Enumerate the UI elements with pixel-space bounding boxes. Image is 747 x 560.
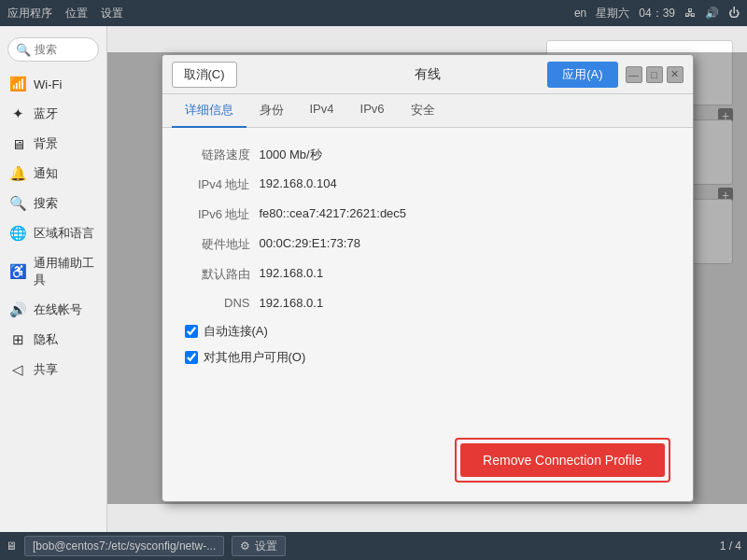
maximize-button[interactable]: □	[646, 66, 663, 83]
sidebar-item-label: 通知	[34, 165, 58, 182]
taskbar-settings-icon: ⚙	[240, 539, 250, 553]
ipv4-label: IPv4 地址	[185, 176, 260, 193]
dialog-footer: Remove Connection Profile	[162, 423, 693, 501]
dialog-titlebar: 取消(C) 有线 应用(A) — □ ✕	[162, 55, 693, 94]
search-icon: 🔍	[16, 43, 31, 57]
dialog-overlay: 取消(C) 有线 应用(A) — □ ✕ 详细信息 身份 IPv4 IPv6 安…	[107, 52, 747, 504]
sidebar-item-label: Wi-Fi	[34, 77, 62, 91]
sidebar-item-accessibility[interactable]: ♿ 通用辅助工具	[0, 248, 106, 295]
region-icon: 🌐	[9, 225, 26, 242]
hardware-row: 硬件地址 00:0C:29:E1:73:78	[185, 236, 670, 253]
gateway-row: 默认路由 192.168.0.1	[185, 266, 670, 283]
day-indicator: 星期六	[596, 6, 629, 21]
sidebar-item-sharing[interactable]: ◁ 共享	[0, 355, 106, 385]
ipv4-row: IPv4 地址 192.168.0.104	[185, 176, 670, 193]
taskbar-terminal-icon: 🖥	[6, 539, 17, 553]
dns-label: DNS	[185, 296, 260, 310]
sidebar-item-wifi[interactable]: 📶 Wi-Fi	[0, 69, 106, 99]
link-speed-row: 链路速度 1000 Mb/秒	[185, 147, 670, 163]
sidebar-item-label: 通用辅助工具	[34, 255, 97, 288]
sidebar-item-label: 区域和语言	[34, 225, 94, 242]
tab-details[interactable]: 详细信息	[172, 94, 247, 128]
link-speed-label: 链路速度	[185, 147, 260, 163]
main-content: + + 取消(C) 有线 应用(A) — □ ✕ 详细信息 身份 IPv4 I	[107, 26, 747, 532]
lang-indicator: en	[574, 7, 586, 20]
bluetooth-icon: ✦	[9, 105, 26, 122]
other-users-row: 对其他用户可用(O)	[185, 349, 670, 366]
search-input[interactable]	[35, 43, 91, 56]
wifi-icon: 📶	[9, 76, 26, 92]
app-menu[interactable]: 应用程序	[7, 6, 52, 21]
taskbar-settings-label: 设置	[255, 539, 277, 554]
tab-identity[interactable]: 身份	[247, 94, 297, 128]
sharing-icon: ◁	[9, 361, 26, 378]
dns-row: DNS 192.168.0.1	[185, 296, 670, 310]
wired-dialog: 取消(C) 有线 应用(A) — □ ✕ 详细信息 身份 IPv4 IPv6 安…	[162, 54, 694, 502]
sidebar-item-label: 搜索	[34, 195, 58, 212]
close-button[interactable]: ✕	[667, 66, 684, 83]
settings-menu[interactable]: 设置	[101, 6, 123, 21]
taskbar: 🖥 [bob@centos7:/etc/sysconfig/netw-... ⚙…	[0, 532, 747, 560]
network-icon[interactable]: 🖧	[684, 7, 696, 20]
sidebar-item-region[interactable]: 🌐 区域和语言	[0, 218, 106, 248]
sidebar-item-online[interactable]: 🔊 在线帐号	[0, 295, 106, 325]
auto-connect-checkbox[interactable]	[185, 325, 198, 338]
taskbar-terminal-label: [bob@centos7:/etc/sysconfig/netw-...	[33, 539, 216, 553]
link-speed-value: 1000 Mb/秒	[260, 147, 322, 163]
taskbar-terminal-item[interactable]: [bob@centos7:/etc/sysconfig/netw-...	[24, 536, 224, 556]
hardware-value: 00:0C:29:E1:73:78	[260, 236, 360, 250]
online-icon: 🔊	[9, 301, 26, 318]
auto-connect-row: 自动连接(A)	[185, 323, 670, 340]
apply-button[interactable]: 应用(A)	[547, 62, 617, 88]
dialog-title: 有线	[415, 66, 441, 83]
ipv6-label: IPv6 地址	[185, 206, 260, 223]
gateway-value: 192.168.0.1	[260, 266, 324, 280]
tab-security[interactable]: 安全	[398, 94, 448, 128]
dialog-tabs: 详细信息 身份 IPv4 IPv6 安全	[162, 94, 693, 128]
power-icon[interactable]: ⏻	[728, 7, 740, 20]
ipv4-value: 192.168.0.104	[260, 176, 337, 190]
other-users-label: 对其他用户可用(O)	[204, 349, 306, 366]
volume-icon[interactable]: 🔊	[705, 7, 719, 20]
sidebar-item-label: 在线帐号	[34, 301, 82, 318]
sidebar-item-label: 蓝牙	[34, 105, 58, 122]
tab-ipv6[interactable]: IPv6	[347, 94, 398, 128]
dns-value: 192.168.0.1	[260, 296, 324, 310]
background-icon: 🖥	[9, 136, 26, 152]
remove-button-wrapper: Remove Connection Profile	[455, 438, 669, 483]
gateway-label: 默认路由	[185, 266, 260, 283]
sidebar-item-label: 背景	[34, 135, 58, 152]
accessibility-icon: ♿	[9, 263, 26, 280]
ipv6-row: IPv6 地址 fe80::cea7:4217:2621:dec5	[185, 206, 670, 223]
sidebar: 🔍 📶 Wi-Fi ✦ 蓝牙 🖥 背景 🔔 通知 🔍 搜索 🌐 区域和语言 ♿ …	[0, 26, 107, 532]
taskbar-page: 1 / 4	[720, 539, 741, 553]
sidebar-item-label: 共享	[34, 361, 58, 378]
taskbar-settings-item[interactable]: ⚙ 设置	[232, 536, 286, 556]
topbar-left: 应用程序 位置 设置	[7, 6, 123, 21]
tab-ipv4[interactable]: IPv4	[297, 94, 347, 128]
location-menu[interactable]: 位置	[65, 6, 88, 21]
other-users-checkbox[interactable]	[185, 351, 198, 364]
minimize-button[interactable]: —	[626, 66, 642, 83]
privacy-icon: ⊞	[9, 331, 26, 348]
time-indicator: 04：39	[639, 6, 675, 21]
sidebar-item-label: 隐私	[34, 331, 58, 348]
sidebar-search-container[interactable]: 🔍	[7, 37, 99, 62]
ipv6-value: fe80::cea7:4217:2621:dec5	[260, 206, 407, 220]
sidebar-item-bluetooth[interactable]: ✦ 蓝牙	[0, 99, 106, 129]
sidebar-item-notifications[interactable]: 🔔 通知	[0, 159, 106, 189]
topbar-right: en 星期六 04：39 🖧 🔊 ⏻	[574, 6, 740, 21]
sidebar-item-search[interactable]: 🔍 搜索	[0, 189, 106, 218]
window-controls: — □ ✕	[626, 66, 684, 83]
hardware-label: 硬件地址	[185, 236, 260, 253]
dialog-body: 链路速度 1000 Mb/秒 IPv4 地址 192.168.0.104 IPv…	[162, 128, 693, 423]
sidebar-item-privacy[interactable]: ⊞ 隐私	[0, 325, 106, 355]
sidebar-item-background[interactable]: 🖥 背景	[0, 129, 106, 159]
topbar: 应用程序 位置 设置 en 星期六 04：39 🖧 🔊 ⏻	[0, 0, 747, 26]
remove-connection-button[interactable]: Remove Connection Profile	[460, 443, 664, 477]
cancel-button[interactable]: 取消(C)	[172, 62, 237, 88]
notifications-icon: 🔔	[9, 165, 26, 182]
search-nav-icon: 🔍	[9, 195, 26, 212]
auto-connect-label: 自动连接(A)	[204, 323, 268, 340]
